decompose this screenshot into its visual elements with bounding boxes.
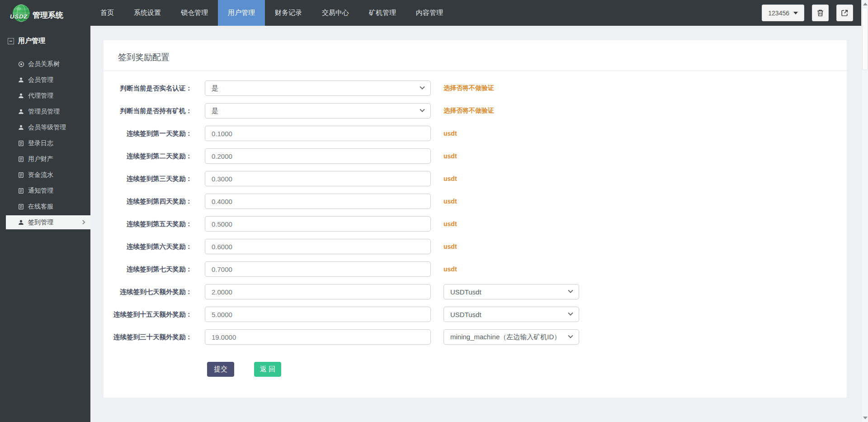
sidebar-item-online-service[interactable]: 在线客服 bbox=[0, 199, 90, 214]
form-row-day4: 连续签到第四天奖励： usdt bbox=[104, 194, 847, 209]
owns-miner-select[interactable]: 是 bbox=[205, 103, 431, 119]
field-label: 判断当前是否实名认证： bbox=[104, 84, 192, 93]
vertical-scrollbar[interactable] bbox=[861, 0, 868, 422]
unit-hint: usdt bbox=[443, 198, 457, 205]
unit-hint: usdt bbox=[443, 130, 457, 137]
select-value: USDTusdt bbox=[450, 288, 481, 296]
form-actions: 提交 返 回 bbox=[207, 362, 847, 377]
nav-tab-user-management[interactable]: 用户管理 bbox=[218, 0, 265, 26]
user-menu-button[interactable]: 123456 bbox=[762, 5, 804, 21]
field-label: 连续签到第三天奖励： bbox=[104, 175, 192, 183]
week-extra-reward-input[interactable] bbox=[205, 284, 431, 299]
nav-tab-system-settings[interactable]: 系统设置 bbox=[124, 0, 171, 26]
scroll-up-icon[interactable] bbox=[863, 3, 868, 5]
collapse-minus-icon bbox=[8, 38, 14, 44]
field-label: 连续签到第一天奖励： bbox=[104, 129, 192, 138]
submit-button[interactable]: 提交 bbox=[207, 362, 234, 377]
trash-icon bbox=[816, 9, 824, 17]
top-nav: 首页 系统设置 锁仓管理 用户管理 财务记录 交易中心 矿机管理 内容管理 bbox=[90, 0, 453, 26]
document-icon bbox=[18, 156, 24, 162]
field-label: 连续签到七天额外奖励： bbox=[104, 288, 192, 296]
nav-tab-finance-records[interactable]: 财务记录 bbox=[265, 0, 312, 26]
sidebar-item-fund-flow[interactable]: 资金流水 bbox=[0, 167, 90, 183]
day7-reward-input[interactable] bbox=[205, 261, 431, 277]
chevron-right-icon bbox=[81, 220, 85, 224]
field-label: 连续签到第二天奖励： bbox=[104, 152, 192, 161]
page-title: 签到奖励配置 bbox=[118, 52, 832, 63]
fifteen-day-extra-currency-select[interactable]: USDTusdt bbox=[443, 307, 579, 322]
realname-verified-select[interactable]: 是 bbox=[205, 81, 431, 96]
back-button[interactable]: 返 回 bbox=[254, 362, 281, 377]
brand-text: USDZ bbox=[10, 13, 28, 20]
form-row-fifteen-extra: 连续签到十五天额外奖励： USDTusdt bbox=[104, 307, 847, 322]
day6-reward-input[interactable] bbox=[205, 239, 431, 254]
day1-reward-input[interactable] bbox=[205, 126, 431, 141]
sign-out-icon bbox=[841, 9, 849, 17]
nav-tab-content-management[interactable]: 内容管理 bbox=[406, 0, 453, 26]
select-value: 是 bbox=[212, 84, 218, 93]
sidebar-item-agent-management[interactable]: 代理管理 bbox=[0, 88, 90, 104]
sidebar-item-login-log[interactable]: 登录日志 bbox=[0, 135, 90, 151]
nav-tab-trade-center[interactable]: 交易中心 bbox=[312, 0, 359, 26]
caret-down-icon bbox=[793, 12, 798, 14]
sidebar-item-admin-management[interactable]: 管理员管理 bbox=[0, 104, 90, 119]
unit-hint: usdt bbox=[443, 175, 457, 182]
day4-reward-input[interactable] bbox=[205, 194, 431, 209]
day3-reward-input[interactable] bbox=[205, 171, 431, 186]
thirty-day-extra-type-select[interactable]: mining_machine（左边输入矿机ID） bbox=[443, 329, 579, 345]
week-extra-currency-select[interactable]: USDTusdt bbox=[443, 284, 579, 299]
header-actions: 123456 bbox=[762, 0, 868, 26]
chevron-down-icon bbox=[420, 107, 425, 112]
form-row-week-extra: 连续签到七天额外奖励： USDTusdt bbox=[104, 284, 847, 299]
document-icon bbox=[18, 204, 24, 209]
chevron-down-icon bbox=[568, 288, 573, 293]
sidebar-item-member-level-management[interactable]: 会员等级管理 bbox=[0, 119, 90, 135]
chevron-down-icon bbox=[568, 333, 573, 338]
form-row-owns-miner: 判断当前是否持有矿机： 是 选择否将不做验证 bbox=[104, 103, 847, 119]
sidebar-item-member-management[interactable]: 会员管理 bbox=[0, 72, 90, 88]
fifteen-day-extra-reward-input[interactable] bbox=[205, 307, 431, 322]
admin-app: USDZ 管理系统 首页 系统设置 锁仓管理 用户管理 财务记录 交易中心 矿机… bbox=[0, 0, 868, 422]
sidebar-item-signin-management[interactable]: 签到管理 bbox=[6, 215, 90, 229]
sidebar-item-member-tree[interactable]: 会员关系树 bbox=[0, 56, 90, 72]
sidebar-item-label: 通知管理 bbox=[28, 187, 53, 195]
sidebar-item-label: 签到管理 bbox=[28, 218, 53, 227]
scrollbar-thumb[interactable] bbox=[862, 8, 868, 70]
sidebar-menu: 会员关系树 会员管理 代理管理 管理员管理 bbox=[0, 56, 90, 229]
app-logo: USDZ 管理系统 bbox=[0, 0, 90, 26]
document-icon bbox=[18, 188, 24, 194]
thirty-day-extra-reward-input[interactable] bbox=[205, 329, 431, 345]
user-icon bbox=[18, 93, 24, 99]
card-header: 签到奖励配置 bbox=[104, 40, 847, 71]
sidebar-item-label: 会员管理 bbox=[28, 76, 53, 84]
document-icon bbox=[18, 140, 24, 146]
sidebar-item-label: 会员等级管理 bbox=[28, 123, 66, 132]
sidebar-item-user-assets[interactable]: 用户财产 bbox=[0, 151, 90, 167]
field-label: 判断当前是否持有矿机： bbox=[104, 107, 192, 115]
nav-tab-miner-management[interactable]: 矿机管理 bbox=[359, 0, 406, 26]
user-icon bbox=[18, 77, 24, 83]
scroll-down-icon[interactable] bbox=[863, 417, 868, 419]
nav-tab-lockup-management[interactable]: 锁仓管理 bbox=[171, 0, 218, 26]
signin-reward-form: 判断当前是否实名认证： 是 选择否将不做验证 判断当前是否持有矿机： 是 选择否… bbox=[104, 71, 847, 377]
user-icon bbox=[18, 124, 24, 130]
sidebar-item-notice-management[interactable]: 通知管理 bbox=[0, 183, 90, 199]
form-row-thirty-extra: 连续签到三十天额外奖励： mining_machine（左边输入矿机ID） bbox=[104, 329, 847, 345]
field-hint: 选择否将不做验证 bbox=[443, 107, 494, 115]
logout-button[interactable] bbox=[836, 5, 853, 21]
sidebar-item-label: 登录日志 bbox=[28, 139, 53, 147]
field-label: 连续签到第七天奖励： bbox=[104, 265, 192, 274]
unit-hint: usdt bbox=[443, 266, 457, 273]
day5-reward-input[interactable] bbox=[205, 216, 431, 232]
day2-reward-input[interactable] bbox=[205, 148, 431, 164]
unit-hint: usdt bbox=[443, 152, 457, 160]
user-icon bbox=[18, 109, 24, 114]
trash-button[interactable] bbox=[812, 5, 829, 21]
field-label: 连续签到第六天奖励： bbox=[104, 242, 192, 251]
sidebar-item-label: 会员关系树 bbox=[28, 60, 60, 68]
nav-tab-home[interactable]: 首页 bbox=[90, 0, 124, 26]
sidebar-section-user-management[interactable]: 用户管理 bbox=[0, 26, 90, 45]
select-value: USDTusdt bbox=[450, 311, 481, 318]
sidebar-item-label: 在线客服 bbox=[28, 203, 53, 211]
sidebar-item-label: 管理员管理 bbox=[28, 108, 60, 116]
